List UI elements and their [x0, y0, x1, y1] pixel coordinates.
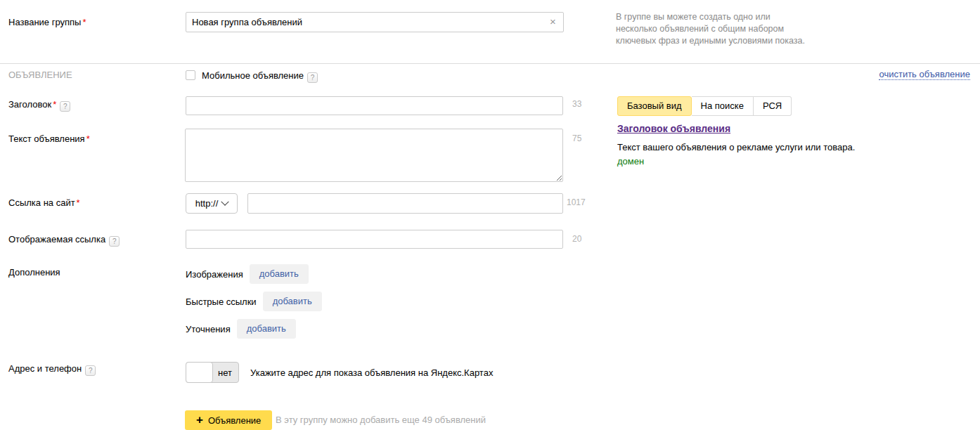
title-input[interactable]	[186, 96, 563, 115]
display-link-input[interactable]	[186, 230, 563, 249]
help-icon[interactable]: ?	[307, 72, 318, 83]
sitelinks-row: Быстрые ссылки добавить	[186, 292, 322, 311]
group-name-label: Название группы*	[8, 17, 86, 27]
add-images-button[interactable]: добавить	[250, 264, 309, 284]
help-icon[interactable]: ?	[60, 101, 70, 112]
required-asterisk: *	[77, 197, 80, 208]
add-ad-button-label: Объявление	[208, 415, 261, 426]
images-row: Изображения добавить	[186, 264, 309, 284]
preview-tabs: Базовый вид На поиске РСЯ	[617, 96, 792, 116]
chevron-down-icon	[221, 197, 229, 205]
address-label: Адрес и телефон?	[8, 363, 96, 376]
add-ad-hint: В эту группу можно добавить еще 49 объяв…	[276, 415, 486, 425]
preview-ad-title[interactable]: Заголовок объявления	[617, 123, 730, 134]
site-link-input[interactable]	[247, 193, 563, 214]
additions-label: Дополнения	[8, 267, 60, 278]
toggle-value: нет	[212, 363, 238, 382]
required-asterisk: *	[53, 99, 56, 110]
group-help-text: В группе вы можете создать одно или неск…	[616, 11, 805, 47]
add-callouts-button[interactable]: добавить	[237, 319, 296, 339]
group-name-input[interactable]	[186, 12, 564, 32]
mobile-ad-label: Мобильное объявление?	[202, 70, 318, 83]
clear-input-icon[interactable]: ×	[550, 15, 556, 27]
section-title: ОБЪЯВЛЕНИЕ	[8, 70, 72, 80]
ad-text-label: Текст объявления*	[8, 133, 90, 144]
display-link-label: Отображаемая ссылка?	[8, 234, 120, 247]
help-icon[interactable]: ?	[85, 365, 96, 376]
required-asterisk: *	[82, 17, 86, 27]
protocol-value: http://	[195, 198, 219, 209]
images-label: Изображения	[186, 269, 243, 280]
site-link-label: Ссылка на сайт*	[8, 197, 80, 208]
preview-ad-domain: домен	[617, 156, 644, 167]
mobile-ad-checkbox[interactable]	[186, 70, 195, 80]
display-link-counter: 20	[572, 234, 581, 244]
add-ad-button[interactable]: + Объявление	[185, 410, 272, 430]
help-icon[interactable]: ?	[109, 236, 120, 247]
clear-ad-link[interactable]: очистить объявление	[879, 69, 970, 80]
plus-icon: +	[196, 414, 203, 426]
protocol-select[interactable]: http://	[186, 193, 238, 214]
ad-text-counter: 75	[572, 133, 581, 143]
section-divider	[0, 63, 980, 64]
toggle-knob	[186, 362, 213, 383]
tab-rsya[interactable]: РСЯ	[754, 96, 792, 116]
required-asterisk: *	[86, 133, 90, 144]
preview-ad-text: Текст вашего объявления о рекламе услуги…	[617, 142, 855, 152]
title-counter: 33	[572, 99, 581, 109]
add-sitelinks-button[interactable]: добавить	[263, 292, 322, 311]
title-label: Заголовок*?	[8, 99, 70, 112]
tab-basic-view[interactable]: Базовый вид	[617, 96, 692, 116]
callouts-row: Уточнения добавить	[186, 319, 296, 339]
ad-group-form: Название группы* × В группе вы можете со…	[0, 0, 980, 430]
sitelinks-label: Быстрые ссылки	[186, 297, 257, 307]
tab-on-search[interactable]: На поиске	[692, 96, 754, 116]
site-link-counter: 1017	[567, 197, 586, 207]
ad-text-input[interactable]	[185, 129, 563, 182]
callouts-label: Уточнения	[186, 324, 231, 334]
address-toggle[interactable]: нет	[186, 362, 239, 383]
address-hint: Укажите адрес для показа объявления на Я…	[250, 367, 493, 378]
